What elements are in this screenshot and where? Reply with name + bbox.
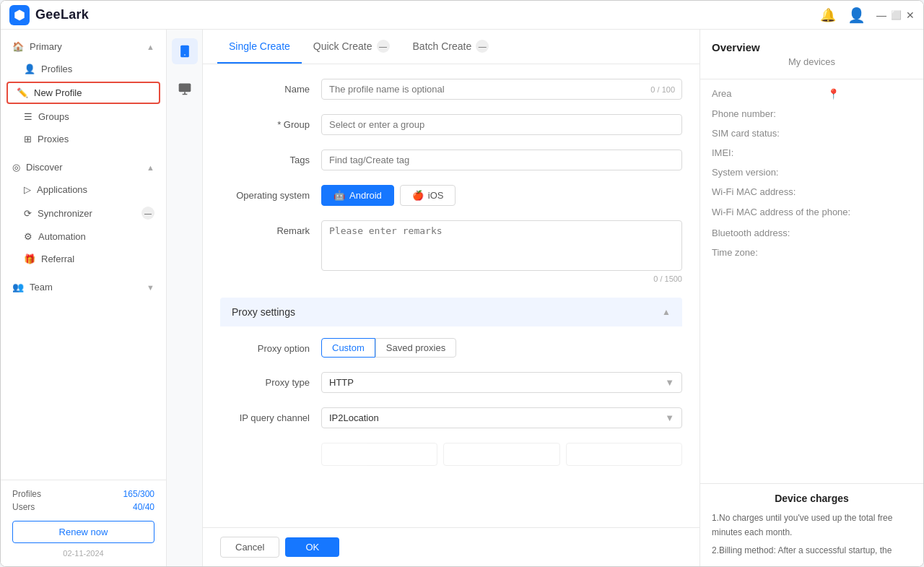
form-area: Name 0 / 100 * Group: [203, 64, 699, 527]
notification-icon[interactable]: 🔔: [820, 7, 836, 23]
group-form-row: * Group: [220, 114, 682, 135]
applications-icon: ▷: [24, 184, 31, 195]
proxy-extra-input-2: [443, 443, 559, 466]
proxies-icon: ⊞: [24, 134, 32, 144]
timezone-row: Time zone:: [712, 247, 912, 258]
sidebar-footer: Profiles 165/300 Users 40/40 Renew now 0…: [1, 480, 166, 566]
sidebar-item-automation[interactable]: ⚙ Automation: [1, 225, 166, 248]
more-proxy-row: [220, 443, 682, 466]
sidebar-item-referral[interactable]: 🎁 Referral: [1, 248, 166, 270]
proxy-extra-input-3: [566, 443, 682, 466]
team-icon: 👥: [12, 282, 24, 293]
cancel-button[interactable]: Cancel: [220, 537, 279, 558]
tab-single-create-label: Single Create: [229, 40, 290, 52]
proxy-type-select[interactable]: HTTP ▼: [321, 372, 682, 393]
charges-text: 1.No charges until you've used up the to…: [712, 511, 912, 558]
remark-textarea[interactable]: [321, 220, 682, 271]
saved-proxies-button[interactable]: Saved proxies: [375, 338, 456, 358]
proxy-settings-title: Proxy settings: [232, 306, 295, 318]
wifi-mac-phone-label: Wi-Fi MAC address of the phone:: [712, 206, 850, 219]
sidebar-automation-label: Automation: [38, 231, 86, 242]
action-bar: Cancel OK: [203, 527, 699, 566]
tab-batch-create-label: Batch Create: [413, 40, 472, 52]
os-label: Operating system: [220, 185, 321, 201]
system-version-row: System version:: [712, 167, 912, 178]
group-form-control: [321, 114, 682, 135]
android-os-button[interactable]: 🤖 Android: [321, 185, 394, 206]
location-icon: 📍: [827, 88, 840, 100]
imei-row: IMEI:: [712, 147, 912, 158]
proxy-option-control: Custom Saved proxies: [321, 338, 682, 358]
remark-label: Remark: [220, 220, 321, 236]
profiles-stat-value: 165/300: [123, 489, 154, 499]
imei-label: IMEI:: [712, 147, 827, 158]
ios-os-button[interactable]: 🍎 iOS: [400, 185, 456, 206]
tab-batch-create[interactable]: Batch Create —: [401, 30, 501, 64]
tags-form-control: [321, 150, 682, 170]
tabs-bar: Single Create Quick Create — Batch Creat…: [203, 30, 699, 64]
quick-create-badge: —: [377, 40, 390, 53]
right-panel-header: Overview My devices: [700, 30, 923, 79]
ok-button[interactable]: OK: [285, 537, 339, 557]
name-count: 0 / 100: [650, 85, 675, 94]
ios-label: iOS: [428, 190, 444, 201]
sidebar-item-new-profile[interactable]: ✏️ New Profile: [6, 82, 160, 104]
group-input[interactable]: [321, 114, 682, 135]
area-label: Area: [712, 88, 827, 99]
wifi-mac-row: Wi-Fi MAC address:: [712, 186, 912, 197]
name-input[interactable]: [321, 79, 682, 100]
renew-now-button[interactable]: Renew now: [12, 521, 154, 543]
os-form-control: 🤖 Android 🍎 iOS: [321, 185, 682, 206]
users-stat: Users 40/40: [12, 502, 154, 512]
ip-query-select[interactable]: IP2Location ▼: [321, 407, 682, 428]
proxy-type-label: Proxy type: [220, 372, 321, 388]
wifi-mac-label: Wi-Fi MAC address:: [712, 186, 827, 197]
sidebar-item-applications[interactable]: ▷ Applications: [1, 178, 166, 201]
minimize-button[interactable]: —: [877, 11, 886, 20]
proxy-settings-header[interactable]: Proxy settings ▲: [220, 298, 682, 326]
custom-proxy-button[interactable]: Custom: [321, 338, 375, 358]
team-chevron-icon: ▼: [147, 283, 154, 292]
bluetooth-label: Bluetooth address:: [712, 228, 827, 238]
charges-text-2: 2.Billing method: After a successful sta…: [712, 544, 912, 558]
titlebar-left: GeeLark: [9, 5, 89, 25]
proxy-option-row: Proxy option Custom Saved proxies: [220, 338, 682, 358]
sidebar-item-profiles[interactable]: 👤 Profiles: [1, 58, 166, 80]
close-button[interactable]: ✕: [906, 11, 915, 20]
referral-icon: 🎁: [24, 254, 35, 264]
groups-icon: ☰: [24, 111, 32, 122]
users-stat-value: 40/40: [133, 502, 154, 512]
os-buttons: 🤖 Android 🍎 iOS: [321, 185, 682, 206]
synchronizer-icon: ⟳: [24, 208, 32, 219]
titlebar-right: 🔔 👤 — ⬜ ✕: [820, 7, 915, 24]
area-row: Area 📍: [712, 88, 912, 100]
sidebar-discover-section[interactable]: ◎ Discover ▲: [1, 156, 166, 178]
sidebar-profiles-label: Profiles: [41, 64, 72, 74]
window-controls: — ⬜ ✕: [877, 11, 915, 20]
sidebar-item-proxies[interactable]: ⊞ Proxies: [1, 128, 166, 150]
tab-single-create[interactable]: Single Create: [217, 30, 302, 64]
tags-input[interactable]: [321, 150, 682, 170]
desktop-device-icon[interactable]: [172, 76, 198, 102]
sidebar-referral-label: Referral: [41, 254, 74, 264]
mobile-device-icon[interactable]: [172, 38, 198, 64]
sidebar-primary-section[interactable]: 🏠 Primary ▲: [1, 35, 166, 58]
user-avatar-icon[interactable]: 👤: [847, 7, 866, 24]
ip-query-label: IP query channel: [220, 407, 321, 423]
ip-query-value: IP2Location: [329, 412, 379, 423]
proxy-type-chevron-icon: ▼: [665, 377, 674, 388]
sidebar-item-groups[interactable]: ☰ Groups: [1, 105, 166, 128]
ip-query-control: IP2Location ▼: [321, 407, 682, 428]
maximize-button[interactable]: ⬜: [892, 11, 900, 20]
os-form-row: Operating system 🤖 Android 🍎 iOS: [220, 185, 682, 206]
sidebar-item-synchronizer[interactable]: ⟳ Synchronizer —: [1, 201, 166, 225]
proxy-option-buttons: Custom Saved proxies: [321, 338, 682, 358]
ip-query-row: IP query channel IP2Location ▼: [220, 407, 682, 428]
group-label: * Group: [220, 114, 321, 130]
sidebar-applications-label: Applications: [37, 184, 87, 195]
remark-form-control: 0 / 1500: [321, 220, 682, 283]
android-icon: 🤖: [334, 190, 345, 201]
sidebar-team-section[interactable]: 👥 Team ▼: [1, 276, 166, 298]
android-label: Android: [349, 190, 382, 201]
tab-quick-create[interactable]: Quick Create —: [302, 30, 401, 64]
